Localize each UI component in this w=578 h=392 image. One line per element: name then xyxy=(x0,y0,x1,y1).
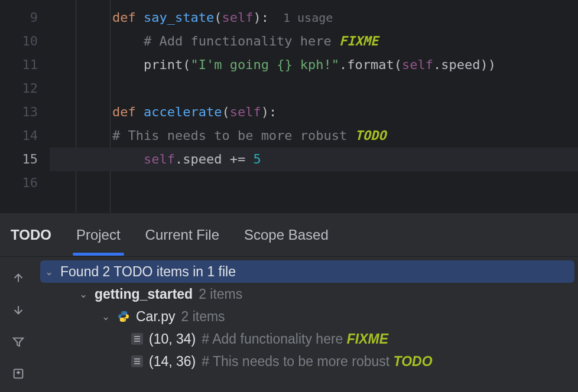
project-row[interactable]: ⌄ getting_started 2 items xyxy=(37,283,578,305)
self-param: self xyxy=(230,104,261,119)
line-number: 13 xyxy=(0,100,38,124)
code-editor[interactable]: 9 10 11 12 13 14 15 16 def say_state(sel… xyxy=(0,0,578,213)
code-line[interactable]: # Add functionality here FIXME xyxy=(50,30,578,53)
paren: ( xyxy=(214,10,222,25)
paren: ( xyxy=(183,57,190,72)
string-literal: "I'm going {} kph!" xyxy=(190,57,339,72)
comment: # This needs to be more robust xyxy=(112,128,355,143)
autoscroll-icon xyxy=(12,367,25,380)
summary-text: Found 2 TODO items in 1 file xyxy=(60,264,236,280)
file-count: 2 items xyxy=(181,309,225,325)
keyword: def xyxy=(112,10,144,25)
tool-gutter xyxy=(0,257,37,392)
paren: ): xyxy=(253,10,269,25)
line-number: 10 xyxy=(0,30,38,53)
todo-location: (14, 36) xyxy=(149,354,196,370)
chevron-down-icon[interactable]: ⌄ xyxy=(79,288,89,300)
code-line-empty[interactable] xyxy=(50,77,578,100)
attribute: speed xyxy=(441,57,480,72)
todo-comment: # Add functionality here xyxy=(202,331,347,347)
project-name: getting_started xyxy=(95,286,193,302)
filter-icon xyxy=(12,335,25,348)
paren: ( xyxy=(222,104,229,119)
python-icon xyxy=(117,310,130,323)
todo-tree[interactable]: ⌄ Found 2 TODO items in 1 file ⌄ getting… xyxy=(37,257,578,392)
todo-tag: TODO xyxy=(394,354,433,369)
usage-hint[interactable]: 1 usage xyxy=(269,11,333,25)
line-number-gutter: 9 10 11 12 13 14 15 16 xyxy=(0,0,50,213)
panel-tabs: TODO Project Current File Scope Based xyxy=(0,213,578,257)
next-todo-button[interactable] xyxy=(8,299,29,321)
keyword: def xyxy=(112,104,144,119)
operator: += xyxy=(230,152,254,166)
line-number: 9 xyxy=(0,6,38,30)
todo-item-icon xyxy=(131,355,143,367)
todo-text: # This needs to be more robust TODO xyxy=(202,354,432,370)
method-call: format xyxy=(347,57,394,72)
paren: ): xyxy=(261,104,277,119)
self-param: self xyxy=(222,10,253,25)
code-line[interactable]: # This needs to be more robust TODO xyxy=(50,124,578,148)
dot: . xyxy=(339,57,347,72)
tab-scope-based[interactable]: Scope Based xyxy=(244,215,329,255)
todo-tag: TODO xyxy=(355,128,387,143)
line-number: 11 xyxy=(0,53,38,77)
todo-location: (10, 34) xyxy=(149,331,196,347)
fixme-tag: FIXME xyxy=(339,34,378,48)
dot: . xyxy=(175,152,183,166)
attribute: speed xyxy=(183,152,229,166)
todo-text: # Add functionality here FIXME xyxy=(202,331,388,347)
project-count: 2 items xyxy=(199,286,242,302)
line-number-current: 15 xyxy=(0,148,38,171)
code-line[interactable]: print("I'm going {} kph!".format(self.sp… xyxy=(50,53,578,77)
filter-button[interactable] xyxy=(8,331,29,352)
line-number: 12 xyxy=(0,77,38,100)
comment: # Add functionality here xyxy=(144,34,339,48)
previous-todo-button[interactable] xyxy=(8,267,29,289)
file-row[interactable]: ⌄ Car.py 2 items xyxy=(37,305,578,328)
todo-panel: TODO Project Current File Scope Based ⌄ … xyxy=(0,213,578,392)
todo-item-row[interactable]: (14, 36) # This needs to be more robust … xyxy=(37,350,578,373)
tab-current-file[interactable]: Current File xyxy=(145,215,219,255)
fixme-tag: FIXME xyxy=(347,331,388,347)
tab-project[interactable]: Project xyxy=(76,215,121,255)
chevron-down-icon[interactable]: ⌄ xyxy=(45,266,54,278)
function-name: say_state xyxy=(144,10,214,25)
line-number: 14 xyxy=(0,124,38,148)
chevron-down-icon[interactable]: ⌄ xyxy=(102,311,111,323)
function-name: accelerate xyxy=(144,104,222,119)
panel-body: ⌄ Found 2 TODO items in 1 file ⌄ getting… xyxy=(0,257,578,392)
code-column[interactable]: def say_state(self): 1 usage # Add funct… xyxy=(50,0,578,213)
current-line-highlight xyxy=(0,148,578,171)
panel-title: TODO xyxy=(11,227,51,243)
number-literal: 5 xyxy=(253,152,261,166)
code-line-empty[interactable] xyxy=(50,171,578,195)
builtin-call: print xyxy=(144,57,183,72)
code-line-current[interactable]: self.speed += 5 xyxy=(50,148,578,171)
todo-item-row[interactable]: (10, 34) # Add functionality here FIXME xyxy=(37,328,578,350)
line-number: 16 xyxy=(0,171,38,195)
arrow-up-icon xyxy=(12,272,25,285)
python-file-icon xyxy=(117,310,130,323)
todo-comment: # This needs to be more robust xyxy=(202,354,393,369)
summary-row[interactable]: ⌄ Found 2 TODO items in 1 file xyxy=(40,260,574,283)
code-line[interactable]: def say_state(self): 1 usage xyxy=(50,6,578,30)
self-ref: self xyxy=(402,57,433,72)
self-ref: self xyxy=(144,152,175,166)
code-line[interactable]: def accelerate(self): xyxy=(50,100,578,124)
paren: )) xyxy=(480,57,496,72)
file-name: Car.py xyxy=(136,309,175,325)
arrow-down-icon xyxy=(12,303,25,316)
paren: ( xyxy=(394,57,402,72)
autoscroll-button[interactable] xyxy=(8,363,29,384)
todo-item-icon xyxy=(131,333,143,345)
dot: . xyxy=(433,57,441,72)
